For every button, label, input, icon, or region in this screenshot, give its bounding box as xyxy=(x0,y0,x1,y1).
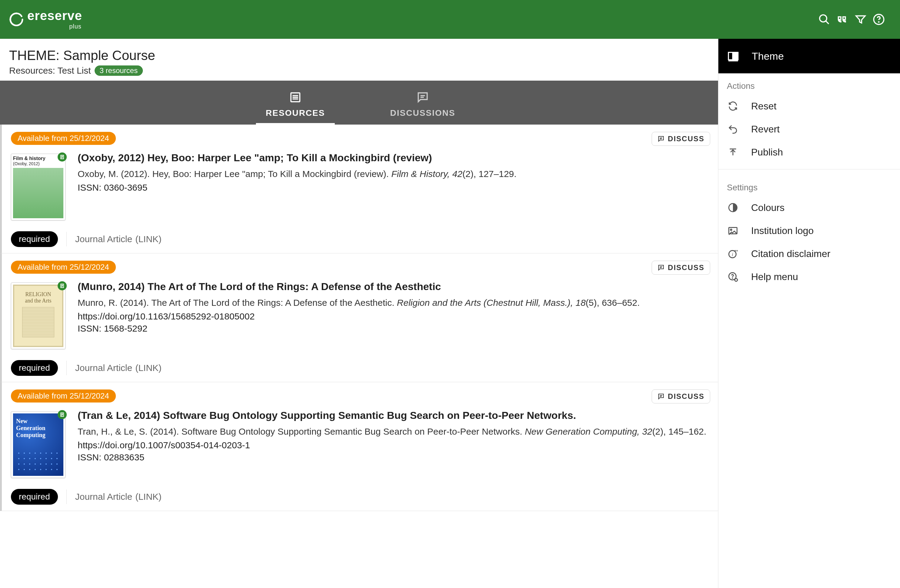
svg-point-0 xyxy=(820,15,827,22)
help-icon[interactable] xyxy=(870,10,888,28)
resource-issn: ISSN: 1568-5292 xyxy=(78,323,709,334)
sidebar-item-revert[interactable]: Revert xyxy=(718,118,900,141)
availability-badge: Available from 25/12/2024 xyxy=(11,390,116,402)
brand-suffix: plus xyxy=(69,23,82,29)
help-gear-icon xyxy=(727,271,739,283)
resource-issn: ISSN: 02883635 xyxy=(78,452,709,463)
sidebar-item-reset[interactable]: Reset xyxy=(718,94,900,118)
top-bar: ereserve plus xyxy=(0,0,900,39)
chat-icon xyxy=(657,393,665,400)
resource-thumbnail[interactable]: Film & history(Oxoby, 2012) xyxy=(11,154,65,220)
svg-rect-28 xyxy=(728,53,732,60)
discuss-label: DISCUSS xyxy=(668,135,704,143)
sidebar-section-heading: Actions xyxy=(718,73,900,94)
resource-card: Available from 25/12/2024DISCUSSFilm & h… xyxy=(0,125,718,254)
resource-count-chip: 3 resources xyxy=(95,65,143,76)
chat-icon xyxy=(657,135,665,142)
svg-point-3 xyxy=(878,22,879,22)
availability-badge: Available from 25/12/2024 xyxy=(11,132,116,145)
sidebar-item-institution-logo[interactable]: Institution logo xyxy=(718,219,900,242)
sidebar-item-publish[interactable]: Publish xyxy=(718,141,900,164)
resource-kind: Journal Article(LINK) xyxy=(75,363,161,373)
svg-rect-29 xyxy=(734,53,738,60)
resource-card: Available from 25/12/2024DISCUSSRELIGION… xyxy=(0,254,718,382)
document-type-icon xyxy=(57,410,67,419)
tab-resources-label: RESOURCES xyxy=(256,108,335,118)
resource-kind: Journal Article(LINK) xyxy=(75,492,161,502)
sidebar-item-label: Colours xyxy=(751,202,784,214)
resource-citation: Oxoby, M. (2012). Hey, Boo: Harper Lee "… xyxy=(78,167,709,181)
svg-point-39 xyxy=(732,278,733,279)
resource-citation: Tran, H., & Le, S. (2014). Software Bug … xyxy=(78,425,709,438)
quote-icon[interactable] xyxy=(833,10,852,28)
publish-icon xyxy=(727,146,739,158)
resource-citation: Munro, R. (2014). The Art of The Lord of… xyxy=(78,296,709,309)
page-title: THEME: Sample Course xyxy=(9,48,709,63)
search-icon[interactable] xyxy=(815,10,833,28)
sidebar: Theme ActionsResetRevertPublishSettingsC… xyxy=(718,39,900,588)
svg-text:i: i xyxy=(732,252,733,257)
resource-kind: Journal Article(LINK) xyxy=(75,234,161,244)
resource-thumbnail[interactable]: RELIGIONand the Arts xyxy=(11,283,65,349)
resource-link-indicator: (LINK) xyxy=(135,234,161,244)
tab-discussions-label: DISCUSSIONS xyxy=(383,108,462,118)
svg-point-40 xyxy=(735,279,737,281)
sidebar-section-heading: Settings xyxy=(718,175,900,196)
theme-icon xyxy=(727,50,740,62)
sidebar-item-colours[interactable]: Colours xyxy=(718,196,900,219)
list-label: Resources: Test List xyxy=(9,65,91,76)
availability-badge: Available from 25/12/2024 xyxy=(11,261,116,274)
document-type-icon xyxy=(57,281,67,290)
swirl-icon xyxy=(9,12,24,27)
required-pill: required xyxy=(11,231,58,247)
sidebar-item-label: Reset xyxy=(751,101,777,112)
required-pill: required xyxy=(11,489,58,504)
sidebar-header: Theme xyxy=(718,39,900,73)
resource-list: Available from 25/12/2024DISCUSSFilm & h… xyxy=(0,125,718,511)
sidebar-item-citation-disclaimer[interactable]: iCitation disclaimer xyxy=(718,242,900,265)
contrast-icon xyxy=(727,201,739,214)
svg-point-35 xyxy=(731,229,732,231)
document-type-icon xyxy=(57,152,67,161)
resource-title[interactable]: (Oxoby, 2012) Hey, Boo: Harper Lee "amp;… xyxy=(78,152,709,164)
svg-line-1 xyxy=(826,21,829,24)
resource-doi[interactable]: https://doi.org/10.1163/15685292-0180500… xyxy=(78,311,709,322)
discuss-label: DISCUSS xyxy=(668,263,704,272)
image-icon xyxy=(727,224,739,237)
tab-discussions[interactable]: DISCUSSIONS xyxy=(383,91,462,125)
sidebar-item-label: Revert xyxy=(751,124,780,135)
chat-icon xyxy=(657,264,665,271)
discuss-button[interactable]: DISCUSS xyxy=(652,261,710,275)
resource-card: Available from 25/12/2024DISCUSSNewGener… xyxy=(0,382,718,511)
sidebar-item-help-menu[interactable]: Help menu xyxy=(718,265,900,288)
brand-logo[interactable]: ereserve plus xyxy=(9,9,82,29)
required-pill: required xyxy=(11,360,58,376)
sidebar-item-label: Help menu xyxy=(751,271,798,283)
sidebar-item-label: Institution logo xyxy=(751,225,813,237)
main-column: THEME: Sample Course Resources: Test Lis… xyxy=(0,39,718,588)
discuss-label: DISCUSS xyxy=(668,392,704,401)
page-header: THEME: Sample Course Resources: Test Lis… xyxy=(0,39,718,80)
brand-name: ereserve xyxy=(27,9,82,22)
discuss-button[interactable]: DISCUSS xyxy=(652,390,710,404)
resource-link-indicator: (LINK) xyxy=(135,363,161,373)
undo-icon xyxy=(727,123,739,135)
chat-icon xyxy=(416,91,429,104)
resource-doi[interactable]: https://doi.org/10.1007/s00354-014-0203-… xyxy=(78,440,709,450)
refresh-icon xyxy=(727,100,739,112)
tab-resources[interactable]: RESOURCES xyxy=(256,91,335,125)
resource-title[interactable]: (Munro, 2014) The Art of The Lord of the… xyxy=(78,281,709,292)
sidebar-item-label: Publish xyxy=(751,147,783,158)
tab-bar: RESOURCES DISCUSSIONS xyxy=(0,80,718,125)
resource-title[interactable]: (Tran & Le, 2014) Software Bug Ontology … xyxy=(78,410,709,421)
resource-thumbnail[interactable]: NewGenerationComputing xyxy=(11,411,65,478)
sidebar-item-label: Citation disclaimer xyxy=(751,248,830,260)
sidebar-title: Theme xyxy=(752,50,784,62)
resource-issn: ISSN: 0360-3695 xyxy=(78,183,709,193)
list-icon xyxy=(289,91,302,104)
quote-info-icon: i xyxy=(727,248,739,260)
filter-icon[interactable] xyxy=(852,10,870,28)
discuss-button[interactable]: DISCUSS xyxy=(652,132,710,146)
resource-link-indicator: (LINK) xyxy=(135,492,161,501)
